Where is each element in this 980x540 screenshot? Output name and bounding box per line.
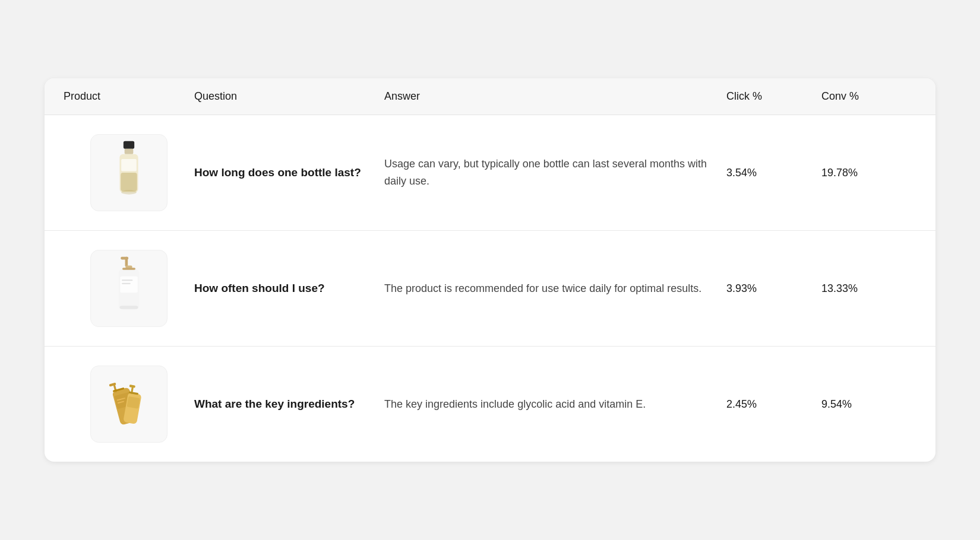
- svg-rect-11: [122, 279, 132, 281]
- svg-rect-14: [119, 306, 138, 309]
- product-image-box-1: [90, 134, 167, 211]
- svg-point-5: [121, 190, 137, 194]
- svg-rect-10: [120, 277, 137, 293]
- svg-rect-0: [124, 141, 134, 149]
- product-image-cell: [64, 250, 194, 327]
- product-image-cell: [64, 366, 194, 443]
- table-header: Product Question Answer Click % Conv %: [45, 78, 935, 115]
- svg-rect-23: [127, 396, 140, 409]
- product-image-box-2: [90, 250, 167, 327]
- product-image-2: [102, 256, 156, 321]
- question-text-3: What are the key ingredients?: [194, 396, 384, 412]
- product-image-1: [102, 140, 156, 205]
- answer-text-1: Usage can vary, but typically one bottle…: [384, 155, 726, 190]
- svg-rect-7: [121, 257, 128, 260]
- table-row: How long does one bottle last? Usage can…: [45, 115, 935, 231]
- col-header-conv: Conv %: [821, 90, 916, 103]
- svg-rect-12: [122, 283, 131, 284]
- click-pct-1: 3.54%: [726, 167, 821, 179]
- col-header-question: Question: [194, 90, 384, 103]
- click-pct-2: 3.93%: [726, 282, 821, 295]
- conv-pct-2: 13.33%: [821, 282, 916, 295]
- answer-text-3: The key ingredients include glycolic aci…: [384, 396, 726, 413]
- col-header-answer: Answer: [384, 90, 726, 103]
- answer-text-2: The product is recommended for use twice…: [384, 280, 726, 297]
- svg-rect-4: [121, 159, 137, 171]
- product-image-cell: [64, 134, 194, 211]
- table-row: What are the key ingredients? The key in…: [45, 347, 935, 462]
- product-table: Product Question Answer Click % Conv %: [45, 78, 935, 462]
- product-image-box-3: [90, 366, 167, 443]
- svg-rect-13: [122, 268, 135, 270]
- col-header-click: Click %: [726, 90, 821, 103]
- click-pct-3: 2.45%: [726, 398, 821, 411]
- svg-rect-1: [125, 149, 134, 154]
- question-text-1: How long does one bottle last?: [194, 165, 384, 181]
- question-text-2: How often should I use?: [194, 281, 384, 297]
- conv-pct-3: 9.54%: [821, 398, 916, 411]
- product-image-3: [102, 371, 156, 437]
- col-header-product: Product: [64, 90, 194, 103]
- table-row: How often should I use? The product is r…: [45, 231, 935, 347]
- svg-rect-3: [121, 173, 137, 191]
- conv-pct-1: 19.78%: [821, 167, 916, 179]
- svg-rect-25: [129, 385, 135, 388]
